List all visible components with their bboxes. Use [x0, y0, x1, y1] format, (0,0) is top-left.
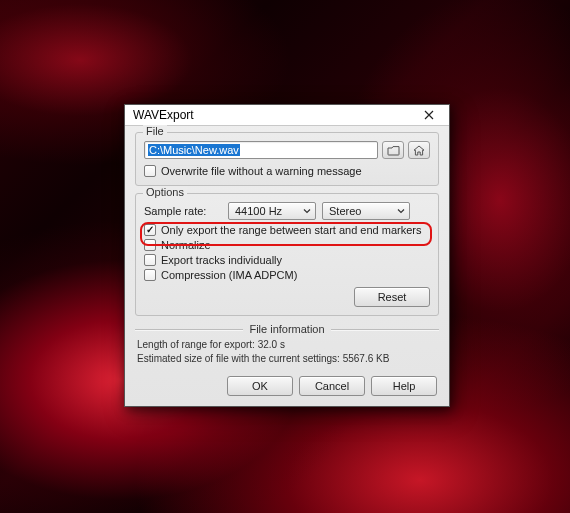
separator-line [331, 329, 439, 330]
browse-button[interactable] [382, 141, 404, 159]
titlebar[interactable]: WAVExport [125, 105, 449, 126]
file-info-length: Length of range for export: 32.0 s [137, 338, 439, 352]
close-button[interactable] [409, 105, 449, 126]
file-group: File C:\Music\New.wav Overwr [135, 132, 439, 186]
file-path-text: C:\Music\New.wav [148, 144, 240, 156]
home-icon [413, 145, 425, 156]
cancel-label: Cancel [315, 380, 349, 392]
chevron-down-icon [303, 207, 311, 215]
compression-row[interactable]: Compression (IMA ADPCM) [144, 269, 430, 281]
file-info-separator: File information [135, 323, 439, 335]
file-info-heading: File information [249, 323, 324, 335]
channels-value: Stereo [329, 205, 361, 217]
sample-rate-value: 44100 Hz [235, 205, 282, 217]
options-checklist: Only export the range between start and … [144, 224, 430, 281]
cancel-button[interactable]: Cancel [299, 376, 365, 396]
channels-combo[interactable]: Stereo [322, 202, 410, 220]
sample-rate-label: Sample rate: [144, 205, 222, 217]
ok-label: OK [252, 380, 268, 392]
tracks-individually-row[interactable]: Export tracks individually [144, 254, 430, 266]
reset-label: Reset [378, 291, 407, 303]
close-icon [424, 110, 434, 120]
file-info-size: Estimated size of file with the current … [137, 352, 439, 366]
overwrite-label: Overwrite file without a warning message [161, 165, 362, 177]
compression-checkbox[interactable] [144, 269, 156, 281]
help-label: Help [393, 380, 416, 392]
normalize-label: Normalize [161, 239, 211, 251]
range-checkbox[interactable] [144, 224, 156, 236]
file-path-input[interactable]: C:\Music\New.wav [144, 141, 378, 159]
folder-icon [387, 145, 400, 156]
reset-button[interactable]: Reset [354, 287, 430, 307]
tracks-individually-checkbox[interactable] [144, 254, 156, 266]
wavexport-dialog: WAVExport File C:\Music\New.wav [124, 104, 450, 407]
dialog-title: WAVExport [133, 108, 409, 122]
file-info-block: Length of range for export: 32.0 s Estim… [135, 338, 439, 366]
help-button[interactable]: Help [371, 376, 437, 396]
sample-rate-combo[interactable]: 44100 Hz [228, 202, 316, 220]
range-row[interactable]: Only export the range between start and … [144, 224, 430, 236]
dialog-footer: OK Cancel Help [135, 376, 439, 396]
file-legend: File [143, 125, 167, 137]
compression-label: Compression (IMA ADPCM) [161, 269, 297, 281]
separator-line [135, 329, 243, 330]
overwrite-row[interactable]: Overwrite file without a warning message [144, 165, 430, 177]
dialog-content: File C:\Music\New.wav Overwr [125, 126, 449, 406]
options-legend: Options [143, 186, 187, 198]
tracks-individually-label: Export tracks individually [161, 254, 282, 266]
ok-button[interactable]: OK [227, 376, 293, 396]
chevron-down-icon [397, 207, 405, 215]
options-group: Options Sample rate: 44100 Hz Stereo Onl… [135, 193, 439, 316]
normalize-row[interactable]: Normalize [144, 239, 430, 251]
normalize-checkbox[interactable] [144, 239, 156, 251]
home-button[interactable] [408, 141, 430, 159]
overwrite-checkbox[interactable] [144, 165, 156, 177]
range-label: Only export the range between start and … [161, 224, 421, 236]
